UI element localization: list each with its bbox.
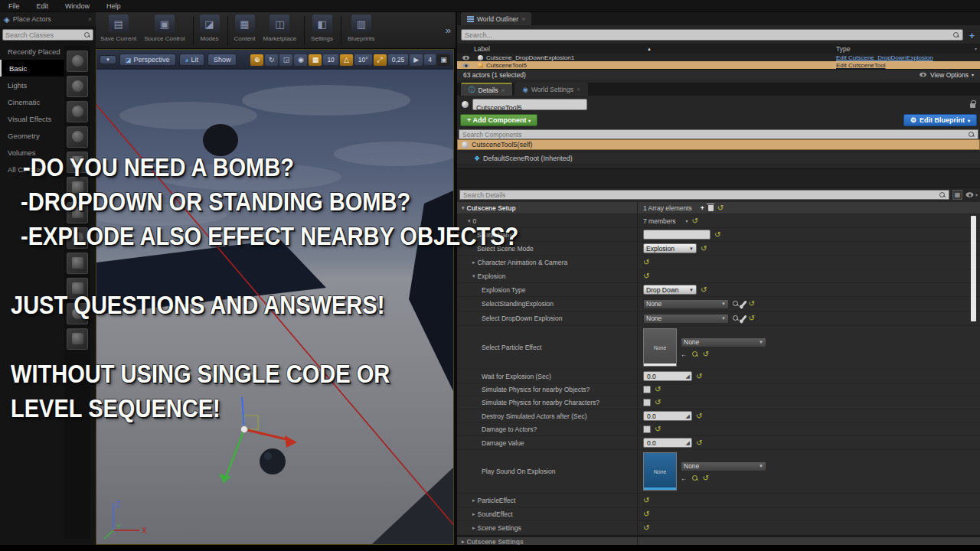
row-particleeffect[interactable]: ▸ParticleEffect ↺ bbox=[457, 494, 980, 507]
dropdown-explosion-dropdown[interactable]: None▼ bbox=[643, 314, 729, 324]
eyedropper-icon[interactable] bbox=[740, 300, 746, 307]
reset-icon[interactable]: ↺ bbox=[717, 204, 724, 212]
reset-icon[interactable]: ↺ bbox=[643, 272, 649, 280]
reset-icon[interactable]: ↺ bbox=[643, 510, 649, 518]
close-icon[interactable]: × bbox=[577, 86, 580, 93]
actor-name-field[interactable] bbox=[472, 99, 587, 110]
sort-asc-icon[interactable]: ▲ bbox=[647, 47, 652, 51]
row-sim-physics-objects[interactable]: Simulate Physics for nearby Objects? ↺ bbox=[457, 383, 980, 396]
row-select-scene-mode[interactable]: Select Scene Mode Explosion▼ ↺ bbox=[457, 242, 980, 256]
use-selected-icon[interactable]: ← bbox=[681, 350, 688, 358]
column-options-icon[interactable]: ▾ bbox=[975, 46, 977, 51]
reset-icon[interactable]: ↺ bbox=[643, 259, 649, 266]
reset-icon[interactable]: ↺ bbox=[749, 315, 755, 322]
details-scrollbar-thumb[interactable] bbox=[971, 216, 976, 321]
actor-name-input[interactable] bbox=[473, 104, 586, 112]
scene-mode-dropdown[interactable]: Explosion▼ bbox=[643, 243, 697, 253]
row-select-particle-effect[interactable]: Select Particle Effect None None▼ ← ↺ bbox=[457, 326, 980, 370]
reset-icon[interactable]: ↺ bbox=[692, 217, 698, 225]
row-scene-name[interactable]: Scene Name ↺ bbox=[457, 228, 980, 242]
sim-characters-checkbox[interactable] bbox=[643, 399, 651, 406]
scale-snap-icon[interactable]: ⤢ bbox=[374, 54, 387, 66]
sound-asset-dropdown[interactable]: None▼ bbox=[681, 461, 766, 471]
column-type[interactable]: Type bbox=[836, 45, 850, 53]
damage-actors-checkbox[interactable] bbox=[643, 425, 651, 433]
category-recently-placed[interactable]: Recently Placed bbox=[0, 43, 64, 60]
maximize-viewport-icon[interactable]: ▣ bbox=[437, 54, 450, 66]
column-label[interactable]: Label bbox=[474, 45, 490, 53]
reset-icon[interactable]: ↺ bbox=[696, 412, 702, 420]
panel-splitter[interactable] bbox=[457, 168, 980, 188]
world-outliner-tab[interactable]: World Outliner × bbox=[461, 12, 531, 25]
source-control-button[interactable]: ▣ Source Control bbox=[144, 15, 185, 42]
reset-icon[interactable]: ↺ bbox=[643, 497, 649, 504]
world-coordinate-icon[interactable]: ◉ bbox=[294, 54, 307, 66]
menu-file[interactable]: File bbox=[0, 0, 28, 12]
search-classes-input[interactable] bbox=[3, 31, 84, 39]
explosion-type-dropdown[interactable]: Drop Down▼ bbox=[643, 285, 697, 295]
reset-icon[interactable]: ↺ bbox=[696, 373, 702, 380]
edit-blueprint-link[interactable]: Edit Cutscene_DropDownExplosion bbox=[836, 54, 933, 61]
rotate-tool-icon[interactable]: ↻ bbox=[265, 54, 278, 66]
angle-snap-value[interactable]: 10° bbox=[354, 54, 372, 65]
menu-edit[interactable]: Edit bbox=[28, 0, 57, 12]
settings-button[interactable]: ◧ Settings bbox=[311, 15, 333, 42]
camera-speed-icon[interactable]: ▶ bbox=[410, 54, 423, 66]
component-row-defaultsceneroot[interactable]: ❖ DefaultSceneRoot (Inherited) bbox=[457, 153, 980, 164]
tab-world-settings[interactable]: ◉ World Settings × bbox=[514, 83, 588, 96]
reset-icon[interactable]: ↺ bbox=[701, 286, 707, 294]
reset-icon[interactable]: ↺ bbox=[655, 386, 661, 393]
actor-thumb-plane[interactable] bbox=[67, 253, 88, 274]
sim-objects-checkbox[interactable] bbox=[643, 386, 651, 393]
reset-icon[interactable]: ↺ bbox=[655, 425, 661, 433]
close-icon[interactable]: × bbox=[501, 86, 505, 94]
content-button[interactable]: ▦ Content bbox=[234, 15, 256, 42]
perspective-button[interactable]: ◪Perspective bbox=[119, 54, 176, 66]
show-button[interactable]: Show bbox=[207, 54, 237, 66]
actor-thumb-pawn[interactable] bbox=[67, 101, 88, 122]
menu-window[interactable]: Window bbox=[57, 0, 98, 12]
viewport-options-button[interactable]: ▼ bbox=[100, 55, 116, 64]
particle-asset-thumbnail[interactable]: None bbox=[643, 328, 677, 367]
component-row-self[interactable]: CutsceneTool5(self) bbox=[457, 139, 980, 150]
particle-asset-dropdown[interactable]: None▼ bbox=[681, 337, 766, 347]
outliner-row-dropdownexplosion[interactable]: Cutscene_DropDownExplosion1 Edit Cutscen… bbox=[457, 54, 980, 61]
reset-icon[interactable]: ↺ bbox=[749, 300, 755, 308]
category-lights[interactable]: Lights bbox=[0, 77, 64, 93]
find-in-browser-icon[interactable] bbox=[692, 475, 698, 481]
close-icon[interactable]: × bbox=[88, 15, 92, 23]
destroy-after-input[interactable]: 0.0◢ bbox=[643, 411, 692, 421]
reset-icon[interactable]: ↺ bbox=[701, 245, 707, 253]
row-wait-for-explosion[interactable]: Wait for Explosion (Sec) 0.0◢ ↺ bbox=[457, 370, 980, 383]
visibility-eye-icon[interactable] bbox=[462, 63, 469, 67]
row-character-animation[interactable]: ▸Character Animation & Camera ↺ bbox=[457, 256, 980, 269]
row-damage-to-actors[interactable]: Damage to Actors? ↺ bbox=[457, 423, 980, 436]
sound-asset-thumbnail[interactable]: None bbox=[643, 452, 677, 491]
row-explosion-type[interactable]: Explosion Type Drop Down▼ ↺ bbox=[457, 283, 980, 297]
tab-details[interactable]: ⓘ Details × bbox=[461, 83, 512, 96]
toolbar-expand-icon[interactable]: » bbox=[446, 24, 451, 36]
close-icon[interactable]: × bbox=[521, 15, 525, 23]
category-basic[interactable]: Basic bbox=[0, 60, 64, 77]
scale-tool-icon[interactable]: ◲ bbox=[279, 54, 292, 66]
category-cinematic[interactable]: Cinematic bbox=[0, 93, 64, 110]
section-cutscene-settings-clipped[interactable]: ▸Cutscene Settings bbox=[457, 535, 980, 545]
property-matrix-icon[interactable]: ▦ bbox=[952, 190, 962, 200]
lock-icon[interactable] bbox=[970, 103, 975, 108]
row-play-sound-on-explosion[interactable]: Play Sound On Explosion None None▼ ← ↺ bbox=[457, 450, 980, 494]
row-explosion[interactable]: ▾Explosion ↺ bbox=[457, 269, 980, 283]
camera-speed-value[interactable]: 4 bbox=[424, 54, 436, 65]
blueprints-button[interactable]: ▥ Blueprints bbox=[348, 15, 375, 42]
section-cutscene-setup[interactable]: ▾Cutscene Setup 1 Array elements + ↺ bbox=[457, 202, 980, 214]
marketplace-button[interactable]: ◫ Marketplace bbox=[263, 15, 297, 42]
row-sim-physics-characters[interactable]: Simulate Physics for nearby Characters? … bbox=[457, 396, 980, 409]
visibility-eye-icon[interactable] bbox=[462, 55, 469, 60]
row-element-0[interactable]: ▾0 7 members ▾ ↺ bbox=[457, 214, 980, 228]
add-element-icon[interactable]: + bbox=[701, 204, 704, 212]
damage-value-input[interactable]: 0.0◢ bbox=[643, 438, 692, 448]
grid-snap-icon[interactable]: ▦ bbox=[309, 54, 322, 66]
row-select-standing-explosion[interactable]: SelectStandingExplosion None▼ ↺ bbox=[457, 297, 980, 311]
edit-blueprint-button[interactable]: ⚙ Edit Blueprint ▾ bbox=[903, 114, 977, 126]
clear-array-icon[interactable] bbox=[708, 205, 714, 211]
reset-icon[interactable]: ↺ bbox=[696, 439, 702, 447]
